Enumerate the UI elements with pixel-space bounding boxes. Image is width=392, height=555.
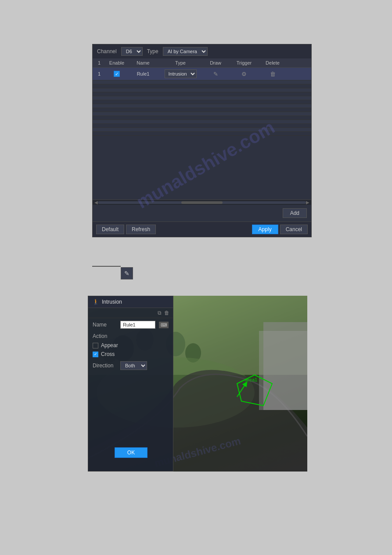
ok-btn-area: OK (88, 447, 174, 458)
intrusion-title: 🚶 Intrusion (88, 296, 173, 308)
empty-row (93, 80, 311, 84)
intrusion-title-text: Intrusion (102, 299, 122, 305)
enable-checkbox[interactable] (114, 71, 120, 77)
pencil-btn-area: ✎ (121, 267, 133, 279)
name-input[interactable] (120, 321, 155, 329)
row-trigger[interactable]: ⚙ (229, 71, 259, 77)
name-field: Name ⌨ (88, 318, 173, 331)
scroll-right-arrow[interactable]: ▶ (306, 200, 309, 205)
col-trigger: Trigger (229, 60, 259, 65)
refresh-button[interactable]: Refresh (126, 225, 156, 234)
row-delete[interactable]: 🗑 (259, 71, 286, 77)
delete-area-icon[interactable]: 🗑 (164, 310, 169, 316)
top-panel: Channel D6 Type AI by Camera 1 Enable Na… (92, 44, 312, 237)
delete-trash-icon[interactable]: 🗑 (270, 71, 276, 77)
channel-bar: Channel D6 Type AI by Camera (93, 44, 311, 58)
empty-row (93, 116, 311, 120)
name-label: Name (93, 322, 117, 328)
empty-row (93, 108, 311, 112)
empty-row (93, 84, 311, 88)
default-button[interactable]: Default (96, 225, 124, 234)
direction-select[interactable]: Both Enter Exit (120, 361, 147, 370)
action-label: Action (88, 331, 173, 341)
svg-text:area1: area1 (245, 377, 257, 382)
col-delete: Delete (259, 60, 286, 65)
empty-row (93, 120, 311, 124)
row-type[interactable]: Intrusion (158, 69, 202, 78)
type-dropdown[interactable]: Intrusion (165, 69, 197, 78)
divider-line (92, 266, 121, 267)
scrollbar-thumb[interactable] (181, 201, 223, 204)
cancel-button[interactable]: Cancel (280, 225, 308, 234)
table-body: 1 Rule1 Intrusion ✎ ⚙ 🗑 (93, 68, 311, 200)
pencil-button[interactable]: ✎ (121, 267, 133, 279)
intrusion-title-icon: 🚶 (93, 299, 99, 305)
pencil-icon: ✎ (124, 270, 129, 277)
channel-select[interactable]: D6 (121, 47, 143, 56)
empty-row (93, 128, 311, 132)
col-num: 1 (93, 60, 106, 65)
ok-button[interactable]: OK (115, 447, 147, 458)
apply-button[interactable]: Apply (252, 225, 278, 234)
intrusion-scene: area1 munaldshive.com 🚶 Intrusion ⧉ 🗑 Na… (88, 296, 307, 472)
empty-row (93, 96, 311, 100)
appear-label: Appear (101, 342, 118, 348)
intrusion-tools: ⧉ 🗑 (88, 308, 173, 318)
appear-row: Appear (88, 341, 173, 350)
direction-label: Direction (93, 363, 117, 369)
direction-row: Direction Both Enter Exit (88, 359, 173, 373)
table-header: 1 Enable Name Type Draw Trigger Delete (93, 58, 311, 68)
cross-checkbox[interactable]: ✓ (93, 352, 98, 357)
type-label: Type (147, 48, 158, 54)
copy-area-icon[interactable]: ⧉ (158, 310, 162, 316)
keyboard-icon[interactable]: ⌨ (159, 322, 169, 328)
table-row: 1 Rule1 Intrusion ✎ ⚙ 🗑 (93, 68, 311, 80)
col-enable: Enable (106, 60, 128, 65)
add-btn-area: Add (93, 205, 311, 221)
scrollbar-track[interactable] (98, 201, 306, 204)
empty-row (93, 124, 311, 128)
row-num: 1 (93, 71, 106, 76)
empty-row (93, 92, 311, 96)
col-type: Type (158, 60, 202, 65)
col-name: Name (128, 60, 158, 65)
empty-row (93, 104, 311, 108)
add-button[interactable]: Add (283, 208, 307, 218)
empty-row (93, 132, 311, 136)
trigger-gear-icon[interactable]: ⚙ (241, 71, 247, 77)
draw-pencil-icon[interactable]: ✎ (213, 71, 218, 77)
col-draw: Draw (202, 60, 229, 65)
empty-row (93, 112, 311, 116)
cross-row: ✓ Cross (88, 350, 173, 359)
row-enable[interactable] (106, 71, 128, 77)
row-draw[interactable]: ✎ (202, 71, 229, 77)
appear-checkbox[interactable] (93, 343, 98, 348)
type-select[interactable]: AI by Camera (163, 47, 208, 56)
channel-label: Channel (97, 48, 117, 54)
cross-label: Cross (101, 351, 115, 357)
bottom-bar: Default Refresh Apply Cancel (93, 221, 311, 237)
scrollbar-area[interactable]: ◀ ▶ (93, 200, 311, 205)
row-name: Rule1 (128, 71, 158, 76)
empty-row (93, 100, 311, 104)
intrusion-panel: 🚶 Intrusion ⧉ 🗑 Name ⌨ Action Appear ✓ C… (88, 296, 173, 472)
empty-row (93, 88, 311, 92)
scroll-left-arrow[interactable]: ◀ (94, 200, 98, 205)
